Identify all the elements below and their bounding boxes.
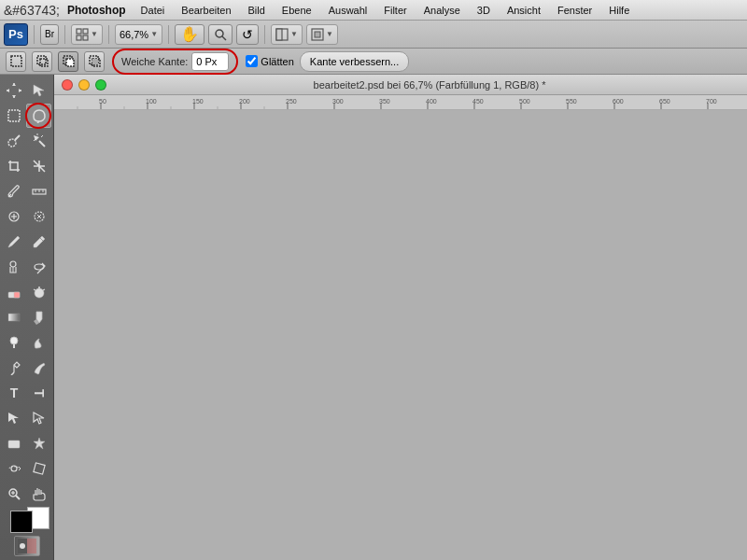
extras-icon bbox=[311, 28, 324, 41]
svg-rect-7 bbox=[276, 29, 282, 40]
quick-select-tool[interactable] bbox=[2, 129, 26, 153]
freeform-pen-tool[interactable] bbox=[27, 356, 51, 380]
window-close[interactable] bbox=[62, 79, 73, 91]
hand-tool-button[interactable]: ✋ bbox=[175, 24, 204, 45]
ruler-tool[interactable] bbox=[27, 179, 51, 203]
apple-menu[interactable]: &#63743; bbox=[4, 3, 60, 18]
paint-bucket-tool[interactable] bbox=[27, 305, 51, 329]
menu-auswahl[interactable]: Auswahl bbox=[325, 5, 372, 16]
window-minimize[interactable] bbox=[78, 79, 90, 91]
foreground-color[interactable] bbox=[10, 511, 33, 533]
dodge-tool[interactable] bbox=[2, 330, 26, 355]
subtract-selection-btn[interactable] bbox=[58, 51, 78, 72]
shape-tool[interactable] bbox=[2, 431, 26, 455]
spot-heal-tool[interactable] bbox=[2, 204, 26, 229]
pen-tool[interactable] bbox=[2, 356, 26, 380]
lasso-tool[interactable] bbox=[26, 104, 51, 128]
pencil-tool[interactable] bbox=[27, 230, 51, 254]
svg-marker-21 bbox=[19, 89, 21, 92]
svg-text:50: 50 bbox=[99, 98, 106, 105]
custom-shape-tool[interactable] bbox=[27, 431, 51, 455]
intersect-selection-btn[interactable] bbox=[84, 51, 105, 72]
burn-tool[interactable] bbox=[27, 330, 51, 355]
smooth-text: Glätten bbox=[261, 56, 293, 67]
svg-text:600: 600 bbox=[613, 98, 624, 105]
menu-fenster[interactable]: Fenster bbox=[554, 5, 596, 16]
direct-path-tool[interactable] bbox=[27, 406, 51, 430]
eyedropper-tool[interactable] bbox=[2, 179, 26, 203]
menu-datei[interactable]: Datei bbox=[137, 5, 169, 16]
text-icon: T bbox=[10, 385, 19, 400]
menu-ebene[interactable]: Ebene bbox=[278, 5, 316, 16]
eraser-tool[interactable] bbox=[2, 280, 26, 304]
magic-wand-tool[interactable] bbox=[27, 129, 51, 153]
menu-bild[interactable]: Bild bbox=[245, 5, 269, 16]
menu-3d[interactable]: 3D bbox=[473, 5, 494, 16]
path-select-tool[interactable] bbox=[2, 406, 26, 430]
tool-row-7 bbox=[2, 230, 51, 254]
marquee-tool[interactable] bbox=[2, 104, 25, 128]
feather-input[interactable] bbox=[191, 52, 229, 71]
smooth-label[interactable]: Glätten bbox=[246, 55, 293, 67]
extras-dropdown[interactable]: ▼ bbox=[306, 24, 338, 45]
svg-text:650: 650 bbox=[659, 98, 670, 105]
3d-rotate-tool[interactable] bbox=[2, 456, 26, 481]
canvas-area: bearbeitet2.psd bei 66,7% (Farbfüllung 1… bbox=[54, 75, 747, 560]
menu-bearbeiten[interactable]: Bearbeiten bbox=[177, 5, 234, 16]
shape-icon bbox=[7, 436, 21, 451]
zoom-canvas-tool[interactable] bbox=[2, 482, 26, 506]
spot-heal-icon bbox=[7, 209, 21, 224]
clone-stamp-tool[interactable] bbox=[2, 255, 26, 279]
feather-label: Weiche Kante: bbox=[121, 56, 188, 67]
bridge-button[interactable]: Br bbox=[40, 24, 59, 45]
smooth-checkbox[interactable] bbox=[246, 55, 258, 67]
toolbar-separator-3 bbox=[108, 25, 109, 44]
toolbar-separator-4 bbox=[168, 25, 169, 44]
menu-analyse[interactable]: Analyse bbox=[420, 5, 464, 16]
add-selection-btn[interactable] bbox=[32, 51, 52, 72]
text-tool[interactable]: T bbox=[2, 381, 26, 405]
zoom-canvas-icon bbox=[7, 486, 21, 501]
window-maximize[interactable] bbox=[95, 79, 106, 91]
toolbar-separator-2 bbox=[64, 25, 65, 44]
svg-rect-3 bbox=[83, 35, 88, 40]
quick-mask-button[interactable] bbox=[14, 536, 40, 556]
patch-tool[interactable] bbox=[27, 204, 51, 229]
svg-rect-55 bbox=[34, 463, 45, 474]
crop-tool[interactable] bbox=[2, 154, 26, 178]
slice-tool[interactable] bbox=[27, 154, 51, 178]
zoom-control[interactable]: 66,7% ▼ bbox=[115, 24, 162, 45]
3d-pan-tool[interactable] bbox=[27, 456, 51, 481]
marquee-icon bbox=[7, 108, 21, 123]
patch-icon bbox=[32, 209, 47, 224]
view-mode-icon bbox=[275, 28, 289, 41]
view-mode-chevron: ▼ bbox=[290, 30, 298, 38]
canvas-wrapper: 50 100 150 200 250 300 350 400 4 bbox=[54, 95, 747, 110]
view-mode-dropdown[interactable]: ▼ bbox=[271, 24, 303, 45]
menu-filter[interactable]: Filter bbox=[380, 5, 410, 16]
direct-select-tool[interactable] bbox=[27, 78, 51, 103]
brush-tool[interactable] bbox=[2, 230, 26, 254]
move-tool[interactable] bbox=[2, 78, 26, 103]
gradient-tool[interactable] bbox=[2, 305, 26, 329]
toolbar-separator-5 bbox=[264, 25, 265, 44]
menu-ansicht[interactable]: Ansicht bbox=[503, 5, 544, 16]
layout-dropdown[interactable]: ▼ bbox=[71, 24, 103, 45]
svg-text:250: 250 bbox=[286, 98, 297, 105]
menu-hilfe[interactable]: Hilfe bbox=[605, 5, 633, 16]
history-brush-tool[interactable] bbox=[27, 255, 51, 279]
svg-rect-10 bbox=[11, 56, 21, 66]
zoom-tool-button[interactable] bbox=[208, 24, 233, 45]
vertical-text-tool[interactable]: T bbox=[27, 381, 51, 405]
refine-edge-button[interactable]: Kante verbessern... bbox=[300, 51, 409, 72]
ruler-icon bbox=[32, 184, 47, 199]
bg-eraser-tool[interactable] bbox=[27, 280, 51, 304]
hand-canvas-tool[interactable] bbox=[27, 482, 51, 506]
rotate-view-button[interactable]: ↺ bbox=[236, 24, 259, 45]
svg-text:150: 150 bbox=[192, 98, 204, 105]
3d-pan-icon bbox=[32, 461, 47, 476]
svg-point-40 bbox=[10, 261, 16, 267]
menu-bar: &#63743; Photoshop Datei Bearbeiten Bild… bbox=[0, 0, 747, 21]
svg-rect-11 bbox=[37, 56, 46, 64]
new-selection-btn[interactable] bbox=[6, 51, 26, 72]
